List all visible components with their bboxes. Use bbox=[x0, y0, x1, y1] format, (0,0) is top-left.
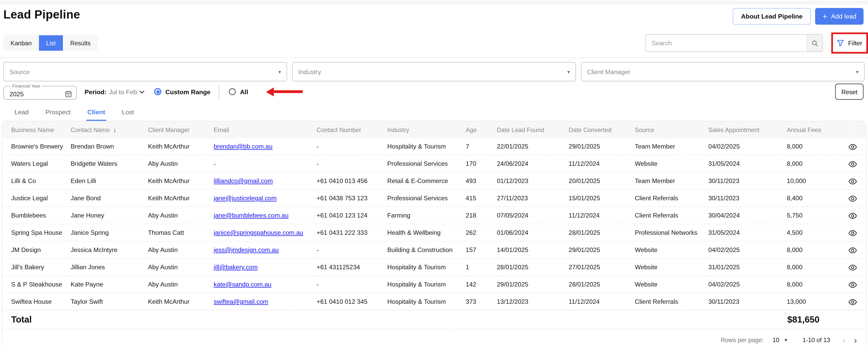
view-lead-eye-icon[interactable] bbox=[848, 298, 857, 305]
custom-range-radio[interactable]: Custom Range bbox=[154, 88, 210, 95]
cell-date-lead-found: 14/01/2025 bbox=[497, 241, 569, 258]
table-row[interactable]: Bumblebees Jane Honey Aby Austin jane@bu… bbox=[2, 207, 866, 224]
view-lead-eye-icon[interactable] bbox=[848, 230, 857, 236]
cell-age: 157 bbox=[466, 241, 497, 258]
cell-business-name: Lilli & Co bbox=[2, 172, 71, 189]
email-link[interactable]: brendan@bb.com.au bbox=[214, 143, 272, 150]
view-lead-eye-icon[interactable] bbox=[848, 161, 857, 167]
email-link[interactable]: - bbox=[214, 160, 216, 167]
email-link[interactable]: swiftea@gmail.com bbox=[214, 298, 268, 305]
reset-button[interactable]: Reset bbox=[835, 84, 864, 100]
view-lead-eye-icon[interactable] bbox=[848, 178, 857, 184]
table-row[interactable]: S & P Steakhouse Kate Payne Aby Austin k… bbox=[2, 276, 866, 293]
cell-age: 493 bbox=[466, 172, 497, 189]
cell-business-name: Justice Legal bbox=[2, 189, 71, 207]
col-date-lead-found[interactable]: Date Lead Found bbox=[497, 122, 569, 138]
tab-lost[interactable]: Lost bbox=[121, 106, 135, 121]
col-source[interactable]: Source bbox=[635, 122, 708, 138]
about-lead-pipeline-button[interactable]: About Lead Pipeline bbox=[733, 8, 811, 25]
next-page-button[interactable]: › bbox=[854, 335, 857, 345]
cell-source: Client Referrals bbox=[635, 189, 708, 207]
top-bar: Lead Pipeline About Lead Pipeline + Add … bbox=[0, 5, 868, 25]
table-row[interactable]: Spring Spa House Janice Spring Thomas Ca… bbox=[2, 224, 866, 241]
cell-contact-name: Kate Payne bbox=[71, 276, 148, 293]
tab-lead[interactable]: Lead bbox=[13, 106, 30, 121]
email-link[interactable]: kate@sandp.com.au bbox=[214, 281, 271, 287]
email-link[interactable]: jane@justicelegal.com bbox=[214, 195, 276, 202]
topbar-actions: About Lead Pipeline + Add lead bbox=[733, 8, 864, 25]
tab-kanban[interactable]: Kanban bbox=[3, 35, 39, 51]
cell-date-converted: 29/01/2025 bbox=[569, 241, 635, 258]
cell-client-manager: Aby Austin bbox=[148, 155, 214, 172]
table-row[interactable]: Brownie's Brewery Brendan Brown Keith Mc… bbox=[2, 138, 866, 155]
filter-button[interactable]: Filter bbox=[834, 35, 866, 51]
cell-client-manager: Keith McArthur bbox=[148, 293, 214, 310]
email-link[interactable]: lilliandco@gmail.com bbox=[214, 178, 273, 184]
view-lead-eye-icon[interactable] bbox=[848, 264, 857, 271]
view-lead-eye-icon[interactable] bbox=[848, 281, 857, 288]
cell-date-converted: 20/01/2025 bbox=[569, 172, 635, 189]
email-link[interactable]: janice@springspahouse.com.au bbox=[214, 229, 303, 236]
cell-email: janice@springspahouse.com.au bbox=[214, 224, 317, 241]
col-email[interactable]: Email bbox=[214, 122, 317, 138]
tab-list[interactable]: List bbox=[39, 35, 63, 51]
col-sales-appointment[interactable]: Sales Appointment bbox=[708, 122, 787, 138]
table-row[interactable]: Waters Legal Bridgette Waters Aby Austin… bbox=[2, 155, 866, 172]
col-date-converted[interactable]: Date Converted bbox=[569, 122, 635, 138]
col-contact-name[interactable]: Contact Name↓ bbox=[71, 122, 148, 138]
cell-date-lead-found: 07/05/2024 bbox=[497, 207, 569, 224]
cell-email: swiftea@gmail.com bbox=[214, 293, 317, 310]
cell-industry: Hospitality & Tourism bbox=[387, 293, 466, 310]
cell-email: lilliandco@gmail.com bbox=[214, 172, 317, 189]
cell-client-manager: Keith McArthur bbox=[148, 189, 214, 207]
plus-icon: + bbox=[823, 12, 827, 20]
client-manager-dropdown[interactable]: Client Manager ▾ bbox=[581, 62, 865, 81]
view-lead-eye-icon[interactable] bbox=[848, 143, 857, 150]
sort-descending-icon[interactable]: ↓ bbox=[113, 126, 117, 134]
cell-email: - bbox=[214, 155, 317, 172]
view-lead-eye-icon[interactable] bbox=[848, 195, 857, 202]
cell-age: 7 bbox=[466, 138, 497, 155]
cell-business-name: S & P Steakhouse bbox=[2, 276, 71, 293]
calendar-icon[interactable] bbox=[65, 90, 72, 98]
tab-prospect[interactable]: Prospect bbox=[44, 106, 72, 121]
source-dropdown[interactable]: Source ▾ bbox=[3, 62, 287, 81]
caret-down-icon: ▾ bbox=[279, 69, 281, 75]
cell-date-lead-found: 22/01/2025 bbox=[497, 138, 569, 155]
cell-industry: Professional Services bbox=[387, 189, 466, 207]
previous-page-button[interactable]: ‹ bbox=[842, 335, 845, 345]
col-client-manager[interactable]: Client Manager bbox=[148, 122, 214, 138]
table-row[interactable]: Jill's Bakery Jillian Jones Aby Austin j… bbox=[2, 258, 866, 276]
col-annual-fees[interactable]: Annual Fees bbox=[787, 122, 849, 138]
email-link[interactable]: jill@bakery.com bbox=[214, 264, 258, 270]
cell-date-converted: 11/12/2024 bbox=[569, 155, 635, 172]
email-link[interactable]: jane@bumblebees.com.au bbox=[214, 212, 288, 219]
table-row[interactable]: Swiftea House Taylor Swift Keith McArthu… bbox=[2, 293, 866, 310]
cell-date-converted: 11/12/2024 bbox=[569, 293, 635, 310]
financial-year-field[interactable]: Financial Year 2025 bbox=[3, 84, 77, 100]
table-row[interactable]: Justice Legal Jane Bond Keith McArthur j… bbox=[2, 189, 866, 207]
rows-per-page-select[interactable]: 10 ▼ bbox=[772, 337, 788, 343]
table-row[interactable]: Lilli & Co Eden Lilli Keith McArthur lil… bbox=[2, 172, 866, 189]
top-strip bbox=[0, 1, 868, 5]
cell-contact-name: Jane Bond bbox=[71, 189, 148, 207]
table-row[interactable]: JM Design Jessica McIntyre Aby Austin je… bbox=[2, 241, 866, 258]
cell-sales-appointment: 31/05/2024 bbox=[708, 224, 787, 241]
tab-results[interactable]: Results bbox=[63, 35, 98, 51]
cell-actions bbox=[848, 224, 866, 241]
search-button[interactable] bbox=[807, 35, 822, 51]
search-input[interactable] bbox=[646, 35, 807, 51]
view-lead-eye-icon[interactable] bbox=[848, 212, 857, 219]
add-lead-button[interactable]: + Add lead bbox=[815, 8, 864, 25]
col-business-name[interactable]: Business Name bbox=[2, 122, 71, 138]
period-selector[interactable]: Period: Jul to Feb bbox=[85, 88, 145, 95]
cell-sales-appointment: 04/02/2025 bbox=[708, 138, 787, 155]
col-industry[interactable]: Industry bbox=[387, 122, 466, 138]
email-link[interactable]: jess@jmdesign.com.au bbox=[214, 247, 279, 253]
tab-client[interactable]: Client bbox=[86, 106, 106, 121]
view-lead-eye-icon[interactable] bbox=[848, 247, 857, 253]
col-age[interactable]: Age bbox=[466, 122, 497, 138]
col-contact-number[interactable]: Contact Number bbox=[317, 122, 387, 138]
industry-dropdown[interactable]: Industry ▾ bbox=[292, 62, 576, 81]
all-radio[interactable]: All bbox=[229, 88, 248, 95]
